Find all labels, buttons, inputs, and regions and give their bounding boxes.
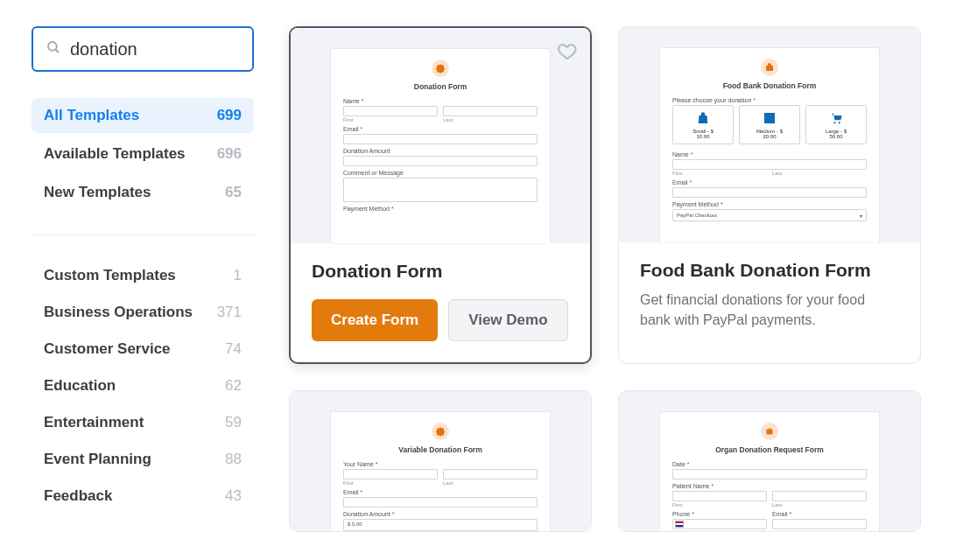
search-icon	[46, 39, 61, 59]
preview-sheet: Organ Donation Request Form Date * Patie…	[660, 412, 879, 531]
logo-icon	[761, 59, 778, 76]
template-preview: Variable Donation Form Your Name * First…	[290, 391, 591, 531]
category-label: Entertainment	[44, 414, 144, 431]
favorite-icon[interactable]	[557, 40, 578, 65]
template-title: Donation Form	[312, 261, 569, 282]
logo-icon	[432, 60, 449, 77]
filter-count: 696	[217, 145, 242, 163]
template-card-organ-donation[interactable]: Organ Donation Request Form Date * Patie…	[618, 390, 921, 532]
svg-point-5	[839, 122, 840, 123]
view-demo-button[interactable]: View Demo	[448, 299, 567, 341]
preview-title: Donation Form	[343, 82, 538, 91]
category-label: Education	[44, 377, 116, 395]
template-grid-area: Donation Form Name * FirstLast Email * D…	[280, 0, 977, 560]
category-count: 62	[225, 377, 242, 395]
card-body: Food Bank Donation Form Get financial do…	[619, 242, 920, 351]
template-grid: Donation Form Name * FirstLast Email * D…	[289, 26, 951, 532]
sidebar-divider	[32, 234, 254, 235]
filter-available-templates[interactable]: Available Templates 696	[32, 136, 254, 172]
category-entertainment[interactable]: Entertainment 59	[32, 407, 254, 438]
preview-title: Food Bank Donation Form	[672, 81, 867, 90]
category-list: Custom Templates 1 Business Operations 3…	[32, 260, 254, 512]
category-education[interactable]: Education 62	[32, 370, 254, 402]
category-custom-templates[interactable]: Custom Templates 1	[32, 260, 254, 291]
category-label: Feedback	[44, 487, 112, 505]
preview-sheet: Food Bank Donation Form Please choose yo…	[660, 48, 879, 242]
template-preview: Food Bank Donation Form Please choose yo…	[619, 27, 920, 242]
card-body: Donation Form Create Form View Demo	[291, 243, 590, 362]
category-label: Event Planning	[44, 451, 151, 468]
category-count: 1	[234, 267, 242, 284]
category-customer-service[interactable]: Customer Service 74	[32, 333, 254, 365]
search-box[interactable]	[32, 26, 254, 72]
category-feedback[interactable]: Feedback 43	[32, 480, 254, 512]
preview-title: Variable Donation Form	[343, 445, 538, 454]
template-card-donation[interactable]: Donation Form Name * FirstLast Email * D…	[289, 26, 592, 364]
category-count: 88	[225, 451, 242, 468]
field-label: Name *	[343, 98, 538, 104]
category-count: 371	[217, 304, 242, 321]
template-card-food-bank[interactable]: Food Bank Donation Form Please choose yo…	[618, 26, 921, 364]
logo-icon	[761, 423, 778, 440]
template-preview: Donation Form Name * FirstLast Email * D…	[291, 28, 590, 243]
template-description: Get financial donations for your food ba…	[640, 290, 899, 330]
template-preview: Organ Donation Request Form Date * Patie…	[619, 391, 920, 531]
svg-line-1	[56, 50, 59, 52]
svg-rect-2	[764, 116, 775, 123]
template-filters: All Templates 699 Available Templates 69…	[32, 98, 254, 210]
preview-sheet: Variable Donation Form Your Name * First…	[331, 412, 550, 531]
category-count: 59	[225, 414, 242, 431]
search-input[interactable]	[70, 39, 292, 60]
category-business-operations[interactable]: Business Operations 371	[32, 297, 254, 328]
filter-count: 65	[225, 184, 242, 201]
template-card-variable-donation[interactable]: Variable Donation Form Your Name * First…	[289, 390, 592, 532]
category-count: 74	[225, 340, 242, 358]
sidebar: All Templates 699 Available Templates 69…	[0, 0, 280, 560]
category-label: Customer Service	[44, 340, 171, 358]
category-event-planning[interactable]: Event Planning 88	[32, 444, 254, 475]
category-label: Business Operations	[44, 304, 193, 321]
filter-label: Available Templates	[44, 145, 186, 163]
create-form-button[interactable]: Create Form	[312, 299, 438, 341]
filter-new-templates[interactable]: New Templates 65	[32, 175, 254, 210]
preview-title: Organ Donation Request Form	[672, 445, 867, 454]
logo-icon	[432, 423, 449, 440]
svg-point-4	[833, 122, 835, 123]
filter-count: 699	[217, 107, 242, 124]
category-count: 43	[225, 487, 242, 505]
filter-label: All Templates	[44, 107, 139, 124]
preview-sheet: Donation Form Name * FirstLast Email * D…	[331, 49, 550, 243]
filter-all-templates[interactable]: All Templates 699	[32, 98, 254, 133]
filter-label: New Templates	[44, 184, 151, 201]
category-label: Custom Templates	[44, 267, 176, 284]
template-title: Food Bank Donation Form	[640, 260, 899, 281]
svg-rect-3	[764, 113, 775, 116]
svg-rect-6	[767, 430, 773, 435]
svg-point-0	[48, 42, 57, 51]
